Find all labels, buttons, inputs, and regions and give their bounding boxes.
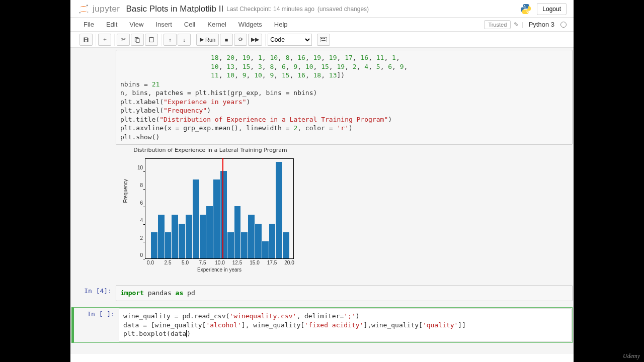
- code-editor[interactable]: 18, 20, 19, 1, 10, 8, 16, 19, 19, 17, 16…: [116, 50, 573, 145]
- keyboard-icon: [320, 37, 327, 42]
- x-axis-label: Experience in years: [197, 267, 242, 273]
- fast-forward-icon: ▶▶: [251, 36, 259, 43]
- copy-icon: [134, 37, 140, 43]
- histogram-bar: [227, 232, 234, 258]
- mean-vline: [222, 158, 223, 258]
- x-tick-label: 12.5: [232, 260, 242, 265]
- jupyter-logo-text: jupyter: [93, 4, 120, 14]
- pencil-icon[interactable]: ✎: [514, 21, 519, 28]
- cell-prompt: [71, 50, 116, 279]
- x-tick-label: 0.0: [147, 260, 154, 265]
- y-tick-label: 10: [130, 164, 143, 170]
- add-cell-button[interactable]: ＋: [98, 34, 111, 46]
- toolbar: ＋ ✂ ↑ ↓ ▶Run ■ ⟳ ▶▶ Code: [70, 32, 574, 48]
- svg-rect-10: [324, 38, 325, 39]
- code-cell[interactable]: 18, 20, 19, 1, 10, 8, 16, 19, 19, 17, 16…: [71, 50, 573, 279]
- save-button[interactable]: [79, 34, 93, 46]
- restart-icon: ⟳: [238, 36, 243, 43]
- y-axis-label: Frequency: [123, 179, 128, 203]
- histogram-bar: [206, 206, 213, 259]
- cell-prompt: In [ ]:: [74, 308, 119, 342]
- menu-insert[interactable]: Insert: [149, 19, 178, 30]
- restart-button[interactable]: ⟳: [234, 34, 247, 46]
- x-tick-label: 15.0: [250, 260, 259, 265]
- menu-help[interactable]: Help: [268, 19, 294, 30]
- checkpoint-text: Last Checkpoint: 14 minutes ago: [226, 6, 314, 13]
- run-label: Run: [205, 37, 215, 43]
- trusted-badge[interactable]: Trusted: [484, 20, 511, 29]
- x-tick-label: 2.5: [165, 260, 172, 265]
- paste-button[interactable]: [145, 34, 158, 46]
- play-icon: ▶: [200, 36, 204, 43]
- restart-run-all-button[interactable]: ▶▶: [248, 34, 262, 46]
- histogram-bar: [248, 215, 255, 258]
- histogram-bar: [186, 215, 192, 258]
- svg-rect-5: [149, 37, 153, 42]
- copy-button[interactable]: [131, 34, 144, 46]
- menu-edit[interactable]: Edit: [100, 19, 123, 30]
- menu-kernel[interactable]: Kernel: [201, 19, 232, 30]
- histogram-bar: [200, 215, 206, 258]
- histogram-bar: [276, 162, 282, 258]
- histogram-bar: [283, 232, 289, 258]
- plus-icon: ＋: [102, 36, 108, 43]
- jupyter-icon: [77, 3, 90, 15]
- cut-button[interactable]: ✂: [117, 34, 130, 46]
- notebook-title[interactable]: Basic Plots in Matplotlib II: [126, 4, 224, 14]
- cell-prompt: In [4]:: [71, 285, 116, 301]
- code-cell-selected[interactable]: In [ ]: wine_quality = pd.read_csv('wine…: [71, 307, 573, 343]
- menu-widgets[interactable]: Widgets: [232, 19, 268, 30]
- x-tick-label: 17.5: [267, 260, 277, 265]
- run-button[interactable]: ▶Run: [196, 34, 219, 46]
- notebook-container: 18, 20, 19, 1, 10, 8, 16, 19, 19, 17, 16…: [70, 48, 574, 354]
- menu-cell[interactable]: Cell: [178, 19, 201, 30]
- interrupt-button[interactable]: ■: [220, 34, 233, 46]
- unsaved-text: (unsaved changes): [317, 6, 369, 13]
- y-tick-label: 6: [130, 200, 143, 205]
- code-cell[interactable]: In [4]: import pandas as pd: [71, 285, 573, 301]
- save-icon: [83, 37, 89, 43]
- histogram-bar: [172, 215, 178, 258]
- x-tick-label: 7.5: [199, 260, 206, 265]
- histogram-bar: [269, 224, 276, 259]
- histogram-bar: [213, 179, 220, 258]
- histogram-bar: [179, 224, 185, 259]
- histogram-bar: [220, 171, 227, 259]
- svg-rect-11: [321, 40, 326, 41]
- svg-rect-4: [136, 38, 139, 42]
- menu-view[interactable]: View: [123, 19, 149, 30]
- histogram-chart: Distribution of Experience in a Lateral …: [120, 147, 301, 275]
- menubar: File Edit View Insert Cell Kernel Widget…: [70, 18, 574, 32]
- command-palette-button[interactable]: [317, 34, 330, 46]
- histogram-bar: [158, 215, 165, 258]
- move-up-button[interactable]: ↑: [164, 34, 177, 46]
- arrow-down-icon: ↓: [183, 37, 186, 43]
- move-down-button[interactable]: ↓: [178, 34, 191, 46]
- logout-button[interactable]: Logout: [537, 3, 567, 15]
- x-tick-label: 5.0: [182, 260, 189, 265]
- paste-icon: [148, 37, 154, 43]
- svg-rect-8: [321, 38, 322, 39]
- arrow-up-icon: ↑: [169, 37, 172, 43]
- svg-point-2: [88, 12, 89, 13]
- cell-output: Distribution of Experience in a Lateral …: [116, 145, 573, 279]
- histogram-bar: [165, 232, 172, 258]
- celltype-select[interactable]: Code: [268, 34, 312, 46]
- y-tick-label: 4: [130, 217, 143, 223]
- scissors-icon: ✂: [121, 36, 126, 43]
- histogram-bar: [255, 224, 262, 259]
- code-editor[interactable]: wine_quality = pd.read_csv('winequality.…: [119, 308, 572, 342]
- kernel-name[interactable]: Python 3: [527, 21, 556, 28]
- svg-rect-9: [323, 38, 324, 39]
- python-icon: [520, 3, 532, 15]
- svg-rect-6: [151, 37, 152, 38]
- menu-file[interactable]: File: [77, 19, 100, 30]
- notebook-header: jupyter Basic Plots in Matplotlib II Las…: [70, 0, 574, 18]
- histogram-bar: [193, 179, 199, 258]
- jupyter-logo[interactable]: jupyter: [77, 3, 120, 15]
- histogram-bar: [262, 241, 269, 259]
- code-editor[interactable]: import pandas as pd: [116, 285, 573, 301]
- x-tick-label: 20.0: [284, 260, 294, 265]
- histogram-bar: [234, 206, 241, 259]
- histogram-bar: [241, 232, 248, 258]
